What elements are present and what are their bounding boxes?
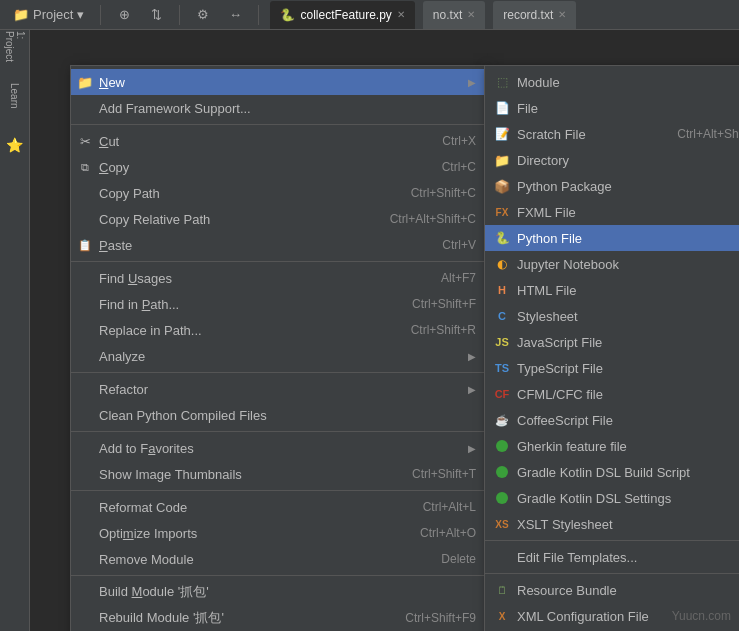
submenu-item-stylesheet[interactable]: C Stylesheet (485, 303, 739, 329)
submenu-item-directory[interactable]: 📁 Directory (485, 147, 739, 173)
jupyter-icon: ◐ (493, 255, 511, 273)
python-package-icon: 📦 (493, 177, 511, 195)
submenu-item-cfml-label: CFML/CFC file (517, 387, 739, 402)
submenu-item-edit-templates-label: Edit File Templates... (517, 550, 739, 565)
submenu-item-gradle-build-label: Gradle Kotlin DSL Build Script (517, 465, 739, 480)
menu-item-find-usages-shortcut: Alt+F7 (441, 271, 476, 285)
analyze-icon (76, 347, 94, 365)
submenu-item-gherkin-label: Gherkin feature file (517, 439, 739, 454)
submenu-item-gradle-settings-label: Gradle Kotlin DSL Settings (517, 491, 739, 506)
menu-item-find-in-path[interactable]: Find in Path... Ctrl+Shift+F (71, 291, 484, 317)
menu-item-rebuild-module[interactable]: Rebuild Module '抓包' Ctrl+Shift+F9 (71, 605, 484, 631)
menu-item-refactor[interactable]: Refactor ▶ (71, 376, 484, 402)
submenu-item-scratch-file[interactable]: 📝 Scratch File Ctrl+Alt+Shift+Insert (485, 121, 739, 147)
menu-item-optimize-imports[interactable]: Optimize Imports Ctrl+Alt+O (71, 520, 484, 546)
submenu-item-xslt[interactable]: XS XSLT Stylesheet (485, 511, 739, 537)
submenu-separator-2 (485, 573, 739, 574)
menu-item-paste[interactable]: 📋 Paste Ctrl+V (71, 232, 484, 258)
menu-item-add-favorites[interactable]: Add to Favorites ▶ (71, 435, 484, 461)
tab-close-record-txt[interactable]: ✕ (558, 9, 566, 20)
submenu-item-file[interactable]: 📄 File (485, 95, 739, 121)
separator-3 (71, 372, 484, 373)
menu-item-clean-compiled[interactable]: Clean Python Compiled Files (71, 402, 484, 428)
main-layout: 1: Project Learn ⭐ 📁 New ▶ Add Framework… (0, 30, 739, 631)
tab-label-no-txt: no.txt (433, 8, 462, 22)
file-icon: 📄 (493, 99, 511, 117)
menu-item-add-framework[interactable]: Add Framework Support... (71, 95, 484, 121)
gradle-build-icon (493, 463, 511, 481)
submenu-item-gradle-settings[interactable]: Gradle Kotlin DSL Settings (485, 485, 739, 511)
submenu-item-python-package[interactable]: 📦 Python Package (485, 173, 739, 199)
submenu-item-typescript[interactable]: TS TypeScript File (485, 355, 739, 381)
submenu-item-fxml-file[interactable]: FX FXML File (485, 199, 739, 225)
submenu-item-javascript[interactable]: JS JavaScript File (485, 329, 739, 355)
menu-item-refactor-arrow: ▶ (468, 384, 476, 395)
menu-item-cut[interactable]: ✂ Cut Ctrl+X (71, 128, 484, 154)
titlebar: 📁 Project ▾ ⊕ ⇅ ⚙ ↔ 🐍 collectFeature.py … (0, 0, 739, 30)
tab-no-txt[interactable]: no.txt ✕ (423, 1, 485, 29)
submenu-item-cfml[interactable]: CF CFML/CFC file (485, 381, 739, 407)
sidebar-item-learn[interactable]: Learn (3, 84, 27, 108)
menu-item-copy-relative-path-label: Copy Relative Path (99, 212, 370, 227)
separator-1 (71, 124, 484, 125)
tab-close-collectFeature[interactable]: ✕ (397, 9, 405, 20)
submenu-item-module[interactable]: ⬚ Module (485, 69, 739, 95)
remove-module-icon (76, 550, 94, 568)
toolbar-btn-4[interactable]: ↔ (223, 3, 247, 27)
gherkin-icon (493, 437, 511, 455)
sidebar-item-bookmarks[interactable]: ⭐ (3, 133, 27, 157)
menu-item-replace-in-path-shortcut: Ctrl+Shift+R (411, 323, 476, 337)
project-icon: 📁 (13, 7, 29, 22)
clean-icon (76, 406, 94, 424)
menu-item-add-framework-label: Add Framework Support... (99, 101, 476, 116)
menu-item-show-thumbnails[interactable]: Show Image Thumbnails Ctrl+Shift+T (71, 461, 484, 487)
menu-item-analyze[interactable]: Analyze ▶ (71, 343, 484, 369)
tab-record-txt[interactable]: record.txt ✕ (493, 1, 576, 29)
separator-6 (71, 575, 484, 576)
menu-item-new-arrow: ▶ (468, 77, 476, 88)
tab-close-no-txt[interactable]: ✕ (467, 9, 475, 20)
submenu-item-html[interactable]: H HTML File (485, 277, 739, 303)
reformat-icon (76, 498, 94, 516)
menu-item-add-favorites-arrow: ▶ (468, 443, 476, 454)
project-dropdown-icon[interactable]: ▾ (77, 7, 84, 22)
toolbar-btn-1[interactable]: ⊕ (112, 3, 136, 27)
optimize-icon (76, 524, 94, 542)
coffee-icon: ☕ (493, 411, 511, 429)
submenu-item-scratch-file-label: Scratch File (517, 127, 657, 142)
submenu-item-jupyter[interactable]: ◐ Jupyter Notebook (485, 251, 739, 277)
add-framework-icon (76, 99, 94, 117)
menu-item-new[interactable]: 📁 New ▶ (71, 69, 484, 95)
directory-icon: 📁 (493, 151, 511, 169)
submenu-item-coffeescript[interactable]: ☕ CoffeeScript File (485, 407, 739, 433)
submenu-item-resource-bundle[interactable]: 🗒 Resource Bundle (485, 577, 739, 603)
submenu-item-gherkin[interactable]: Gherkin feature file (485, 433, 739, 459)
submenu-item-javascript-label: JavaScript File (517, 335, 739, 350)
submenu-item-stylesheet-label: Stylesheet (517, 309, 739, 324)
menu-item-copy-path-shortcut: Ctrl+Shift+C (411, 186, 476, 200)
submenu-item-directory-label: Directory (517, 153, 739, 168)
tab-collectFeature[interactable]: 🐍 collectFeature.py ✕ (270, 1, 414, 29)
menu-item-find-usages[interactable]: Find Usages Alt+F7 (71, 265, 484, 291)
submenu-item-fxml-label: FXML File (517, 205, 739, 220)
copy-icon: ⧉ (76, 158, 94, 176)
submenu-item-gradle-build[interactable]: Gradle Kotlin DSL Build Script (485, 459, 739, 485)
toolbar-btn-2[interactable]: ⇅ (144, 3, 168, 27)
menu-item-copy-relative-path[interactable]: Copy Relative Path Ctrl+Alt+Shift+C (71, 206, 484, 232)
project-toolbar: 📁 Project ▾ (8, 7, 89, 22)
menu-item-remove-module[interactable]: Remove Module Delete (71, 546, 484, 572)
menu-item-replace-in-path[interactable]: Replace in Path... Ctrl+Shift+R (71, 317, 484, 343)
menu-item-copy[interactable]: ⧉ Copy Ctrl+C (71, 154, 484, 180)
menu-item-clean-compiled-label: Clean Python Compiled Files (99, 408, 476, 423)
menu-item-rebuild-shortcut: Ctrl+Shift+F9 (405, 611, 476, 625)
thumbnails-icon (76, 465, 94, 483)
sidebar-item-project[interactable]: 1: Project (3, 35, 27, 59)
menu-item-find-usages-label: Find Usages (99, 271, 421, 286)
submenu-item-python-file[interactable]: 🐍 Python File (485, 225, 739, 251)
submenu-item-edit-templates[interactable]: Edit File Templates... (485, 544, 739, 570)
menu-item-reformat-code[interactable]: Reformat Code Ctrl+Alt+L (71, 494, 484, 520)
toolbar-btn-3[interactable]: ⚙ (191, 3, 215, 27)
menu-item-copy-path[interactable]: Copy Path Ctrl+Shift+C (71, 180, 484, 206)
gradle-settings-icon (493, 489, 511, 507)
menu-item-build-module[interactable]: Build Module '抓包' (71, 579, 484, 605)
